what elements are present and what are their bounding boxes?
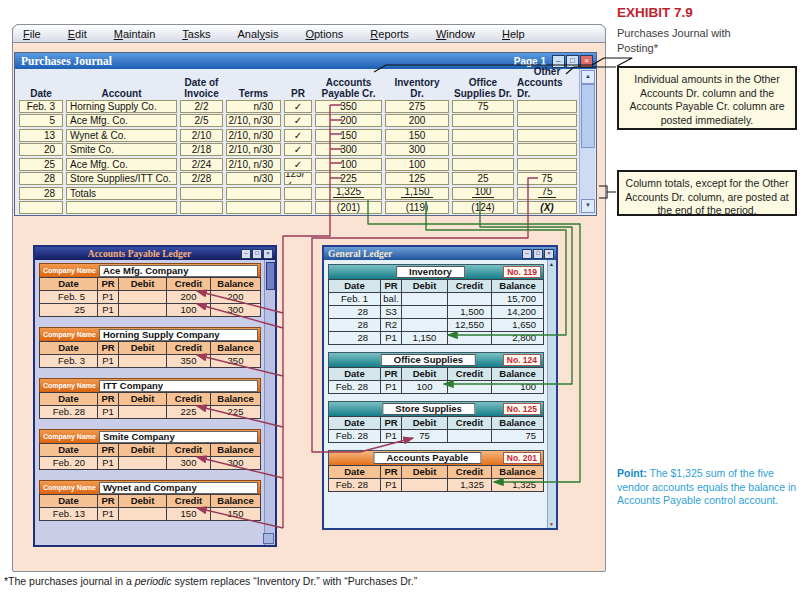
scrollbar-thumb[interactable] [266, 262, 275, 290]
cell-terms: 2/10, n/30 [226, 114, 281, 127]
menu-item[interactable]: Reports [370, 28, 409, 40]
ap-ledger-titlebar[interactable]: Accounts Payable Ledger – □ × [35, 247, 275, 260]
cell-accounts-payable-cr: 150 [315, 129, 382, 142]
menu-item[interactable]: Analysis [237, 28, 278, 40]
scroll-down-icon[interactable]: ▼ [548, 521, 555, 527]
close-icon[interactable]: × [580, 55, 593, 68]
company-name-input[interactable]: Wynet and Company [99, 482, 258, 494]
close-icon[interactable]: × [263, 249, 273, 259]
exhibit-label: EXHIBIT 7.9 [617, 5, 693, 20]
ledger-row: Feb. 28P1 1,325 1,325 [329, 478, 543, 491]
account-name-input[interactable]: Accounts Payable [373, 452, 481, 464]
cell-office-supplies-dr [452, 158, 514, 171]
cell-office-supplies-dr [452, 143, 514, 156]
ledger-row: Feb. 1bal. 15,700 [329, 292, 543, 305]
scrollbar-thumb[interactable] [581, 84, 595, 148]
maximize-icon[interactable]: □ [566, 55, 579, 68]
vendor-card-wynet: Company Name Wynet and Company DatePRDeb… [39, 480, 261, 521]
cell-invoice-date: 2/10 [180, 129, 223, 142]
cell-pr: ✓ [284, 158, 312, 171]
menu-item[interactable]: Help [502, 28, 525, 40]
cell-accounts-payable-cr: 1,325 [315, 187, 382, 200]
maximize-icon[interactable]: □ [252, 249, 262, 259]
menu-bar: File Edit Maintain Tasks Analysis Option… [12, 24, 606, 43]
company-name-input[interactable]: Smite Company [99, 431, 258, 443]
cell-other-accounts-dr [517, 129, 577, 142]
company-name-input[interactable]: Horning Supply Company [99, 329, 258, 341]
vendor-card-horning: Company Name Horning Supply Company Date… [39, 327, 261, 368]
ledger-column-header: Date [40, 444, 98, 456]
cell-office-supplies-dr [452, 129, 514, 142]
account-name-input[interactable]: Store Supplies [382, 403, 475, 415]
journal-column-header: Account [66, 71, 177, 99]
company-name-label: Company Name [40, 331, 99, 338]
ledger-column-header: Date [329, 417, 381, 429]
menu-item[interactable]: Maintain [114, 28, 156, 40]
cell-other-accounts-dr [517, 100, 577, 113]
minimize-icon[interactable]: – [241, 249, 251, 259]
account-number-badge: No. 201 [503, 452, 541, 464]
cell-pr: ✓ [284, 100, 312, 113]
account-name-input[interactable]: Office Supplies [381, 354, 476, 366]
menu-item[interactable]: Tasks [182, 28, 210, 40]
cell-accounts-payable-cr: (201) [315, 201, 382, 214]
menu-item[interactable]: Window [436, 28, 475, 40]
cell-other-accounts-dr: 75 [517, 172, 577, 185]
company-name-label: Company Name [40, 267, 99, 274]
maximize-icon[interactable]: □ [533, 249, 543, 259]
journal-column-header: Date [19, 71, 63, 99]
ledger-column-header: Date [329, 368, 381, 380]
scroll-down-icon[interactable]: ▼ [581, 199, 595, 213]
cell-accounts-payable-cr: 300 [315, 143, 382, 156]
cell-inventory-dr: 125 [385, 172, 449, 185]
cell-other-accounts-dr: (X) [517, 201, 577, 214]
ledger-column-header: Date [40, 393, 98, 405]
cell-inventory-dr: 100 [385, 158, 449, 171]
cell-inventory-dr: 150 [385, 129, 449, 142]
ledger-column-header: PR [381, 368, 402, 380]
journal-column-header: InventoryDr. [385, 71, 449, 99]
account-number-badge: No. 124 [503, 354, 541, 366]
company-name-input[interactable]: ITT Company [99, 380, 258, 392]
close-icon[interactable]: × [544, 249, 554, 259]
ledger-column-header: Balance [211, 444, 260, 456]
scroll-up-icon[interactable]: ▲ [548, 261, 555, 267]
ledger-column-header: PR [98, 444, 119, 456]
company-name-input[interactable]: Ace Mfg. Company [99, 265, 258, 277]
ledger-column-header: Credit [448, 368, 492, 380]
ledger-column-header: Debit [402, 280, 448, 292]
cell-invoice-date: 2/18 [180, 143, 223, 156]
ledger-column-header: Credit [448, 280, 492, 292]
cell-other-accounts-dr [517, 143, 577, 156]
window-title: Purchases Journal [21, 55, 514, 67]
minimize-icon[interactable]: – [522, 249, 532, 259]
cell-terms: 2/10, n/30 [226, 158, 281, 171]
cell-account: Ace Mfg. Co. [66, 114, 177, 127]
ap-ledger-scrollbar[interactable] [264, 260, 275, 545]
journal-scrollbar[interactable]: ▲ ▼ [579, 69, 595, 214]
gl-account-accounts-payable: Accounts Payable No. 201 DatePRDebitCred… [328, 450, 544, 492]
resize-grip[interactable] [263, 533, 274, 544]
ledger-column-header: Balance [492, 466, 543, 478]
ledger-column-header: Credit [167, 444, 211, 456]
ledger-column-header: Balance [211, 393, 260, 405]
cell-invoice-date: 2/2 [180, 100, 223, 113]
menu-item[interactable]: Options [305, 28, 343, 40]
cell-accounts-payable-cr: 200 [315, 114, 382, 127]
exhibit-figure: EXHIBIT 7.9 Purchases Journal with Posti… [0, 0, 800, 609]
ledger-column-header: Date [40, 342, 98, 354]
gl-account-store-supplies: Store Supplies No. 125 DatePRDebitCredit… [328, 401, 544, 443]
cell-accounts-payable-cr: 100 [315, 158, 382, 171]
ledger-column-header: Balance [211, 278, 260, 290]
ledger-column-header: Date [40, 278, 98, 290]
general-ledger-titlebar[interactable]: General Ledger – □ × [324, 247, 556, 260]
menu-item[interactable]: Edit [68, 28, 87, 40]
menu-item[interactable]: File [23, 28, 41, 40]
ledger-column-header: Credit [167, 393, 211, 405]
purchases-journal-titlebar[interactable]: Purchases Journal Page 1 – □ × [15, 53, 596, 69]
scroll-up-icon[interactable]: ▲ [581, 70, 595, 84]
general-ledger-scrollbar[interactable]: ▲ ▼ [547, 260, 556, 528]
cell-pr: ✓ [284, 143, 312, 156]
account-name-input[interactable]: Inventory [396, 266, 465, 278]
cell-inventory-dr: 300 [385, 143, 449, 156]
